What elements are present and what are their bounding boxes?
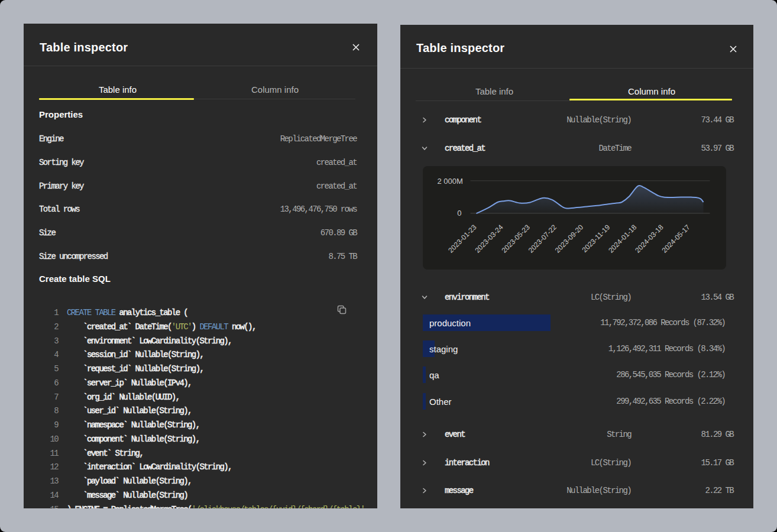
svg-text:0: 0 [457,209,461,218]
svg-text:2024-03-18: 2024-03-18 [633,223,665,255]
svg-text:2023-03-24: 2023-03-24 [473,223,505,255]
svg-text:2024-01-18: 2024-01-18 [607,223,639,255]
svg-text:2023-01-23: 2023-01-23 [446,223,478,255]
svg-text:2023-09-20: 2023-09-20 [553,223,585,255]
svg-text:2 000M: 2 000M [437,177,462,186]
svg-text:2023-05-23: 2023-05-23 [500,223,532,255]
svg-text:2024-05-17: 2024-05-17 [660,223,692,255]
svg-text:2023-07-22: 2023-07-22 [527,223,559,255]
